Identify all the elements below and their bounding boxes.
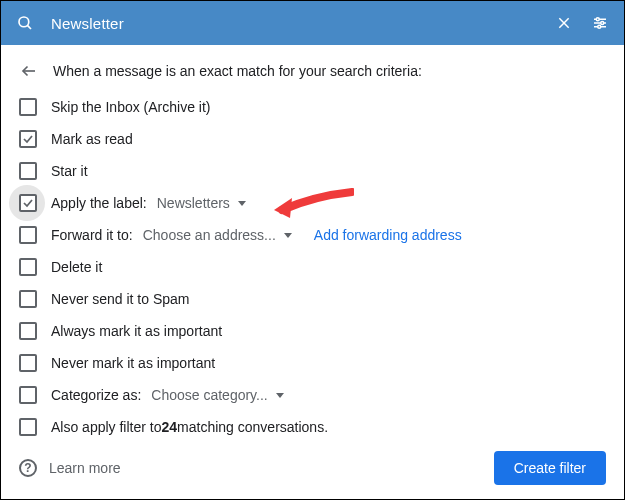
option-mark-read: Mark as read [19, 123, 606, 155]
option-apply-label: Apply the label: Newsletters [19, 187, 606, 219]
option-never-important: Never mark it as important [19, 347, 606, 379]
label-also-apply: Also apply filter to 24 matching convers… [51, 419, 328, 435]
svg-point-5 [596, 18, 599, 21]
help-icon[interactable]: ? [19, 459, 37, 477]
header-text: When a message is an exact match for you… [53, 63, 422, 79]
label-categorize: Categorize as: Choose category... [51, 387, 284, 403]
option-skip-inbox: Skip the Inbox (Archive it) [19, 91, 606, 123]
label-delete: Delete it [51, 259, 102, 275]
label-mark-read: Mark as read [51, 131, 133, 147]
header-row: When a message is an exact match for you… [19, 57, 606, 91]
matching-count: 24 [162, 419, 178, 435]
back-arrow-icon[interactable] [19, 61, 39, 81]
option-forward: Forward it to: Choose an address... Add … [19, 219, 606, 251]
checkbox-always-important[interactable] [19, 322, 37, 340]
close-icon[interactable] [554, 13, 574, 33]
learn-more-link[interactable]: Learn more [49, 460, 121, 476]
create-filter-button[interactable]: Create filter [494, 451, 606, 485]
svg-point-0 [19, 17, 29, 27]
apply-label-value: Newsletters [157, 195, 230, 211]
checkbox-delete[interactable] [19, 258, 37, 276]
svg-line-1 [27, 25, 31, 29]
checkbox-also-apply[interactable] [19, 418, 37, 436]
add-forwarding-link[interactable]: Add forwarding address [314, 227, 462, 243]
footer-left: ? Learn more [19, 459, 121, 477]
option-also-apply: Also apply filter to 24 matching convers… [19, 411, 606, 443]
checkbox-categorize[interactable] [19, 386, 37, 404]
svg-point-9 [598, 25, 601, 28]
option-never-spam: Never send it to Spam [19, 283, 606, 315]
search-options-icon[interactable] [590, 13, 610, 33]
apply-label-prefix: Apply the label: [51, 195, 147, 211]
caret-down-icon [284, 233, 292, 238]
option-always-important: Always mark it as important [19, 315, 606, 347]
search-topbar: Newsletter [1, 1, 624, 45]
checkbox-skip-inbox[interactable] [19, 98, 37, 116]
caret-down-icon [276, 393, 284, 398]
option-delete: Delete it [19, 251, 606, 283]
checkbox-never-important[interactable] [19, 354, 37, 372]
checkbox-apply-label[interactable] [19, 194, 37, 212]
footer: ? Learn more Create filter [19, 451, 606, 485]
caret-down-icon [238, 201, 246, 206]
apply-label-dropdown[interactable]: Newsletters [151, 195, 246, 211]
label-never-important: Never mark it as important [51, 355, 215, 371]
forward-prefix: Forward it to: [51, 227, 133, 243]
label-forward: Forward it to: Choose an address... Add … [51, 227, 462, 243]
categorize-prefix: Categorize as: [51, 387, 141, 403]
svg-point-7 [601, 22, 604, 25]
label-star-it: Star it [51, 163, 88, 179]
label-apply-label: Apply the label: Newsletters [51, 195, 246, 211]
forward-dropdown[interactable]: Choose an address... [137, 227, 292, 243]
also-apply-suffix: matching conversations. [177, 419, 328, 435]
checkbox-star-it[interactable] [19, 162, 37, 180]
filter-form: When a message is an exact match for you… [1, 45, 624, 443]
checkbox-forward[interactable] [19, 226, 37, 244]
forward-value: Choose an address... [143, 227, 276, 243]
search-query-text[interactable]: Newsletter [51, 15, 554, 32]
option-star-it: Star it [19, 155, 606, 187]
categorize-value: Choose category... [151, 387, 267, 403]
label-skip-inbox: Skip the Inbox (Archive it) [51, 99, 211, 115]
categorize-dropdown[interactable]: Choose category... [145, 387, 283, 403]
checkbox-never-spam[interactable] [19, 290, 37, 308]
search-icon [15, 13, 35, 33]
checkbox-mark-read[interactable] [19, 130, 37, 148]
option-categorize: Categorize as: Choose category... [19, 379, 606, 411]
label-never-spam: Never send it to Spam [51, 291, 190, 307]
also-apply-prefix: Also apply filter to [51, 419, 162, 435]
label-always-important: Always mark it as important [51, 323, 222, 339]
